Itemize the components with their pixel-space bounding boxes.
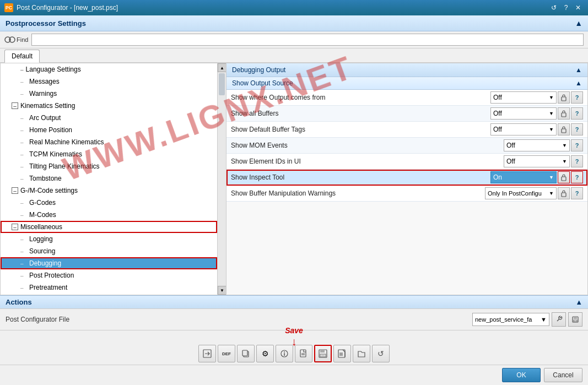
controls-show-buffer-manipulation: Only In PostConfigu ▼ ? bbox=[485, 187, 583, 199]
svg-rect-11 bbox=[574, 320, 577, 322]
new-tool-btn[interactable] bbox=[295, 345, 312, 362]
dropdown-value-show-where-output: Off bbox=[493, 94, 502, 101]
help-button[interactable]: ? bbox=[560, 2, 571, 13]
help-btn-5[interactable]: ? bbox=[571, 171, 583, 183]
show-output-source-collapse-icon[interactable]: ▲ bbox=[575, 79, 582, 87]
tree-item-arc-output[interactable]: – Arc Output bbox=[1, 112, 217, 124]
tree-item-gm-code-settings[interactable]: – G-/M-Code settings bbox=[1, 185, 217, 197]
ok-button[interactable]: OK bbox=[502, 368, 541, 382]
help-icon-4: ? bbox=[575, 158, 579, 165]
dropdown-show-default-buffer-tags[interactable]: Off ▼ bbox=[490, 123, 557, 135]
undo-tool-btn[interactable]: ↺ bbox=[372, 345, 390, 362]
expand-kinematics-icon[interactable]: – bbox=[12, 102, 18, 109]
label-show-mom-events: Show MOM Events bbox=[231, 142, 504, 149]
tree-item-tilting-plane-kinematics[interactable]: – Tilting Plane Kinematics bbox=[1, 160, 217, 172]
help-icon-0: ? bbox=[575, 94, 579, 101]
lock-btn-6[interactable] bbox=[558, 187, 570, 199]
postprocessor-settings-label: Postprocessor Settings bbox=[6, 19, 86, 28]
tree-item-post-protection[interactable]: – Post Protection bbox=[1, 269, 217, 281]
scroll-down-btn[interactable]: ▼ bbox=[218, 286, 226, 295]
saveas-tool-btn[interactable] bbox=[333, 345, 351, 362]
tree-item-language-settings[interactable]: – Language Settings bbox=[1, 63, 217, 75]
export-icon bbox=[203, 349, 212, 358]
help-btn-6[interactable]: ? bbox=[571, 187, 583, 199]
tree-item-sourcing[interactable]: – Sourcing bbox=[1, 245, 217, 257]
postprocessor-settings-header: Postprocessor Settings ▲ bbox=[0, 15, 588, 31]
tree-item-real-machine-kinematics[interactable]: – Real Machine Kinematics bbox=[1, 136, 217, 148]
tree-item-debugging[interactable]: – Debugging bbox=[1, 257, 217, 269]
close-button[interactable]: ✕ bbox=[573, 2, 584, 13]
tree-item-logging[interactable]: – Logging bbox=[1, 233, 217, 245]
dropdown-arrow-4: ▼ bbox=[562, 159, 567, 164]
actions-right: new_post_service_fa ▼ bbox=[472, 312, 582, 327]
bottom-bar: OK Cancel bbox=[0, 365, 588, 385]
tree-label-m-codes: M-Codes bbox=[29, 211, 56, 219]
cancel-button[interactable]: Cancel bbox=[544, 368, 582, 382]
debugging-output-collapse-icon[interactable]: ▲ bbox=[575, 66, 582, 74]
expand-gm-code-icon[interactable]: – bbox=[12, 187, 18, 194]
import-def-tool-btn[interactable]: DEF bbox=[218, 345, 235, 362]
tree-item-tombstone[interactable]: – Tombstone bbox=[1, 172, 217, 185]
label-show-default-buffer-tags: Show Default Buffer Tags bbox=[231, 126, 490, 133]
wrench-btn[interactable] bbox=[552, 312, 566, 327]
tree-label-home-position: Home Position bbox=[29, 126, 72, 134]
dropdown-show-element-ids[interactable]: Off ▼ bbox=[504, 155, 570, 167]
find-label: Find bbox=[17, 36, 28, 43]
help-btn-2[interactable]: ? bbox=[571, 123, 583, 135]
help-btn-0[interactable]: ? bbox=[571, 91, 583, 104]
tree-item-turbo-mode[interactable]: – Turbo Mode bbox=[1, 294, 217, 295]
svg-rect-2 bbox=[9, 39, 10, 40]
lock-btn-5[interactable] bbox=[558, 171, 570, 183]
help-btn-3[interactable]: ? bbox=[571, 139, 583, 151]
dropdown-show-where-output[interactable]: Off ▼ bbox=[490, 91, 557, 104]
find-input[interactable] bbox=[31, 34, 584, 46]
file-dropdown[interactable]: new_post_service_fa ▼ bbox=[472, 313, 549, 326]
tree-item-m-codes[interactable]: – M-Codes bbox=[1, 209, 217, 221]
label-show-where-output: Show where Output comes from bbox=[231, 94, 490, 101]
tree-label-tombstone: Tombstone bbox=[29, 175, 62, 182]
tree-item-miscellaneous[interactable]: – Miscellaneous bbox=[1, 221, 217, 233]
tree-item-kinematics-setting[interactable]: – Kinematics Setting bbox=[1, 100, 217, 112]
help-icon-6: ? bbox=[575, 190, 579, 197]
scroll-thumb[interactable] bbox=[219, 73, 225, 95]
row-show-inspect-tool: Show Inspect Tool On ▼ ? bbox=[226, 170, 587, 186]
dropdown-show-inspect-tool[interactable]: On ▼ bbox=[490, 171, 557, 183]
save-file-btn[interactable] bbox=[568, 312, 582, 327]
tree-item-warnings[interactable]: – Warnings bbox=[1, 88, 217, 100]
info-tool-btn[interactable] bbox=[276, 345, 293, 362]
scroll-up-btn[interactable]: ▲ bbox=[218, 63, 226, 72]
tree-scrollbar[interactable]: ▲ ▼ bbox=[217, 63, 226, 295]
lock-btn-0[interactable] bbox=[558, 91, 570, 104]
default-tab[interactable]: Default bbox=[4, 50, 40, 63]
dropdown-show-buffer-manipulation[interactable]: Only In PostConfigu ▼ bbox=[485, 187, 557, 199]
tree-label-arc-output: Arc Output bbox=[29, 114, 61, 122]
actions-collapse-icon[interactable]: ▲ bbox=[575, 298, 582, 306]
help-icon-2: ? bbox=[575, 126, 579, 133]
dropdown-show-mom-events[interactable]: Off ▼ bbox=[504, 139, 570, 151]
tree-item-g-codes[interactable]: – G-Codes bbox=[1, 197, 217, 209]
lock-btn-1[interactable] bbox=[558, 107, 570, 120]
refresh-button[interactable]: ↺ bbox=[548, 2, 559, 13]
expand-miscellaneous-icon[interactable]: – bbox=[12, 224, 18, 230]
lock-icon-0 bbox=[560, 94, 567, 101]
lock-icon-1 bbox=[560, 110, 567, 117]
export-tool-btn[interactable] bbox=[198, 345, 216, 362]
save-tool-btn[interactable] bbox=[314, 345, 332, 362]
dropdown-arrow-2: ▼ bbox=[549, 127, 554, 132]
dropdown-show-all-buffers[interactable]: Off ▼ bbox=[490, 107, 557, 120]
settings-tool-btn[interactable]: ⚙ bbox=[256, 345, 274, 362]
tree-item-messages[interactable]: – Messages bbox=[1, 75, 217, 88]
open-tool-btn[interactable] bbox=[353, 345, 370, 362]
tree-item-pretreatment[interactable]: – Pretreatment bbox=[1, 281, 217, 294]
help-btn-4[interactable]: ? bbox=[571, 155, 583, 167]
copy-tool-btn[interactable] bbox=[237, 345, 255, 362]
collapse-icon[interactable]: ▲ bbox=[575, 19, 582, 28]
controls-show-all-buffers: Off ▼ ? bbox=[490, 107, 583, 120]
tree-label-tilting-plane-kinematics: Tilting Plane Kinematics bbox=[29, 162, 100, 170]
help-btn-1[interactable]: ? bbox=[571, 107, 583, 120]
tree-item-home-position[interactable]: – Home Position bbox=[1, 124, 217, 136]
lock-btn-2[interactable] bbox=[558, 123, 570, 135]
row-show-buffer-manipulation: Show Buffer Manipulation Warnings Only I… bbox=[226, 186, 587, 202]
tree-item-tcpm-kinematics[interactable]: – TCPM Kinematics bbox=[1, 148, 217, 160]
help-icon-3: ? bbox=[575, 142, 579, 149]
